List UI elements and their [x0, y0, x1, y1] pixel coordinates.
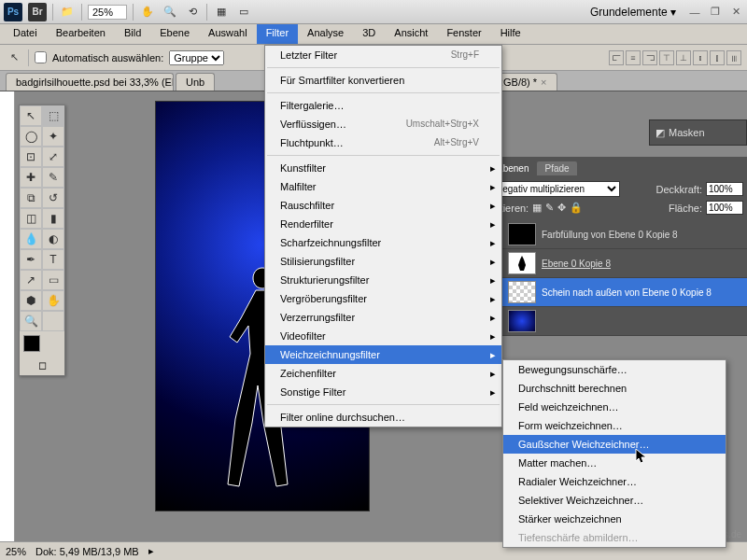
- restore-icon[interactable]: ❐: [708, 6, 723, 19]
- brush-tool[interactable]: ✎: [42, 167, 64, 188]
- eraser-tool[interactable]: ◫: [20, 208, 42, 229]
- menu-item-verzerrungsfilter[interactable]: Verzerrungsfilter: [265, 308, 501, 327]
- menu-item-weichzeichnungsfilter[interactable]: Weichzeichnungsfilter: [265, 345, 501, 364]
- type-tool[interactable]: T: [42, 249, 64, 270]
- zoom-select[interactable]: 25%: [88, 5, 127, 20]
- eyedropper-tool[interactable]: ⤢: [42, 147, 64, 167]
- layer-row[interactable]: 👁: [486, 307, 747, 336]
- menu-bild[interactable]: Bild: [115, 24, 150, 44]
- menu-analyse[interactable]: Analyse: [298, 24, 353, 44]
- layer-row[interactable]: 👁Schein nach außen von Ebene 0 Kopie 8: [486, 278, 747, 307]
- menu-item-smart-filter[interactable]: Für Smartfilter konvertieren: [265, 71, 501, 90]
- align-icon[interactable]: ≡: [626, 50, 641, 65]
- menu-bearbeiten[interactable]: Bearbeiten: [47, 24, 115, 44]
- menu-item-rauschfilter[interactable]: Rauschfilter: [265, 196, 501, 215]
- folder-icon[interactable]: 📁: [59, 4, 76, 21]
- lock-all-icon[interactable]: 🔒: [570, 202, 583, 214]
- align-icon[interactable]: ⊥: [676, 50, 691, 65]
- submenu-form-weichzeichnen[interactable]: Form weichzeichnen…: [503, 416, 726, 435]
- hand-icon[interactable]: ✋: [139, 4, 156, 21]
- submenu-radialer-weichzeichner[interactable]: Radialer Weichzeichner…: [503, 472, 726, 491]
- color-swatch[interactable]: [20, 331, 64, 356]
- zoom-tool[interactable]: 🔍: [20, 311, 42, 331]
- menu-item-videofilter[interactable]: Videofilter: [265, 327, 501, 345]
- status-zoom[interactable]: 25%: [6, 546, 26, 557]
- menu-item-malfilter[interactable]: Malfilter: [265, 177, 501, 196]
- submenu-gausscher-weichzeichner[interactable]: Gaußscher Weichzeichner…: [503, 435, 726, 454]
- dodge-tool[interactable]: ◐: [42, 229, 64, 249]
- menu-datei[interactable]: Datei: [4, 24, 47, 44]
- rotate-icon[interactable]: ⟲: [184, 4, 201, 21]
- submenu-durchschnitt[interactable]: Durchschnitt berechnen: [503, 379, 726, 398]
- zoom-icon[interactable]: 🔍: [162, 4, 178, 21]
- menu-item-vergroeberungsfilter[interactable]: Vergröberungsfilter: [265, 289, 501, 308]
- workspace-select[interactable]: Grundelemente ▾: [585, 4, 682, 21]
- tab-pfade[interactable]: Pfade: [537, 161, 576, 175]
- shape-tool[interactable]: ▭: [42, 270, 64, 290]
- align-icon[interactable]: ⫍: [609, 50, 624, 65]
- 3d-tool[interactable]: ⬢: [20, 290, 42, 311]
- masken-panel[interactable]: ◩ Masken: [649, 119, 747, 146]
- menu-fenster[interactable]: Fenster: [437, 24, 490, 44]
- menu-item-zeichenfilter[interactable]: Zeichenfilter: [265, 364, 501, 383]
- pen-tool[interactable]: ✒: [20, 249, 42, 270]
- quickmask-icon[interactable]: ◻: [20, 356, 64, 375]
- lock-pixels-icon[interactable]: ✎: [545, 202, 554, 214]
- submenu-matter-machen[interactable]: Matter machen…: [503, 454, 726, 472]
- submenu-staerker-weichzeichnen[interactable]: Stärker weichzeichnen: [503, 510, 726, 528]
- lasso-tool[interactable]: ◯: [20, 126, 42, 147]
- menu-filter[interactable]: Filter: [257, 24, 298, 44]
- submenu-bewegungsunschaerfe[interactable]: Bewegungsunschärfe…: [503, 360, 726, 379]
- align-icon[interactable]: ⫾: [693, 50, 708, 65]
- align-icon[interactable]: ⊤: [659, 50, 674, 65]
- marquee-tool[interactable]: ⬚: [42, 105, 64, 126]
- blend-mode-select[interactable]: Negativ multiplizieren: [489, 181, 620, 197]
- menu-item-kunstfilter[interactable]: Kunstfilter: [265, 159, 501, 177]
- move-tool-icon[interactable]: ↖: [6, 49, 22, 66]
- menu-item-renderfilter[interactable]: Renderfilter: [265, 215, 501, 233]
- menu-item-strukturierungsfilter[interactable]: Strukturierungsfilter: [265, 271, 501, 289]
- hand-tool[interactable]: ✋: [42, 290, 64, 311]
- align-icon[interactable]: ⫎: [642, 50, 657, 65]
- menu-item-sonstige-filter[interactable]: Sonstige Filter: [265, 383, 501, 401]
- auto-select-checkbox[interactable]: [35, 51, 47, 63]
- screen-mode-icon[interactable]: ▭: [235, 4, 252, 21]
- close-icon[interactable]: ✕: [728, 6, 743, 19]
- menu-item-liquify[interactable]: Verflüssigen…Umschalt+Strg+X: [265, 115, 501, 133]
- stamp-tool[interactable]: ⧉: [20, 188, 42, 208]
- menu-item-stilisierungsfilter[interactable]: Stilisierungsfilter: [265, 252, 501, 271]
- align-icon[interactable]: ⫼: [726, 50, 741, 65]
- menu-ebene[interactable]: Ebene: [150, 24, 199, 44]
- opacity-input[interactable]: [706, 182, 743, 196]
- menu-auswahl[interactable]: Auswahl: [199, 24, 257, 44]
- heal-tool[interactable]: ✚: [20, 167, 42, 188]
- menu-item-last-filter[interactable]: Letzter FilterStrg+F: [265, 46, 501, 64]
- wand-tool[interactable]: ✦: [42, 126, 64, 147]
- submenu-feld-weichzeichnen[interactable]: Feld weichzeichnen…: [503, 398, 726, 416]
- bridge-logo-icon[interactable]: Br: [28, 3, 47, 21]
- menu-ansicht[interactable]: Ansicht: [385, 24, 437, 44]
- move-tool[interactable]: ↖: [20, 105, 42, 126]
- close-icon[interactable]: ×: [541, 77, 546, 88]
- arrange-icon[interactable]: ▦: [213, 4, 230, 21]
- chevron-right-icon[interactable]: ▸: [148, 545, 154, 557]
- fill-input[interactable]: [706, 201, 743, 215]
- submenu-tiefenschaerfe[interactable]: Tiefenschärfe abmildern…: [503, 528, 726, 547]
- gradient-tool[interactable]: ▮: [42, 208, 64, 229]
- crop-tool[interactable]: ⊡: [20, 147, 42, 167]
- menu-hilfe[interactable]: Hilfe: [491, 24, 530, 44]
- lock-transparency-icon[interactable]: ▦: [532, 202, 542, 214]
- blur-tool[interactable]: 💧: [20, 229, 42, 249]
- layer-row[interactable]: 👁Ebene 0 Kopie 8: [486, 249, 747, 278]
- minimize-icon[interactable]: —: [687, 6, 702, 19]
- menu-item-browse-filters[interactable]: Filter online durchsuchen…: [265, 408, 501, 427]
- submenu-selektiver-weichzeichner[interactable]: Selektiver Weichzeichner…: [503, 491, 726, 510]
- group-select[interactable]: Gruppe: [169, 50, 224, 65]
- doc-tab[interactable]: Unb: [176, 73, 215, 91]
- menu-3d[interactable]: 3D: [353, 24, 385, 44]
- align-icon[interactable]: ⫿: [710, 50, 725, 65]
- lock-position-icon[interactable]: ✥: [557, 202, 566, 214]
- menu-item-scharfzeichnungsfilter[interactable]: Scharfzeichnungsfilter: [265, 233, 501, 252]
- history-brush-tool[interactable]: ↺: [42, 188, 64, 208]
- menu-item-filter-gallery[interactable]: Filtergalerie…: [265, 96, 501, 115]
